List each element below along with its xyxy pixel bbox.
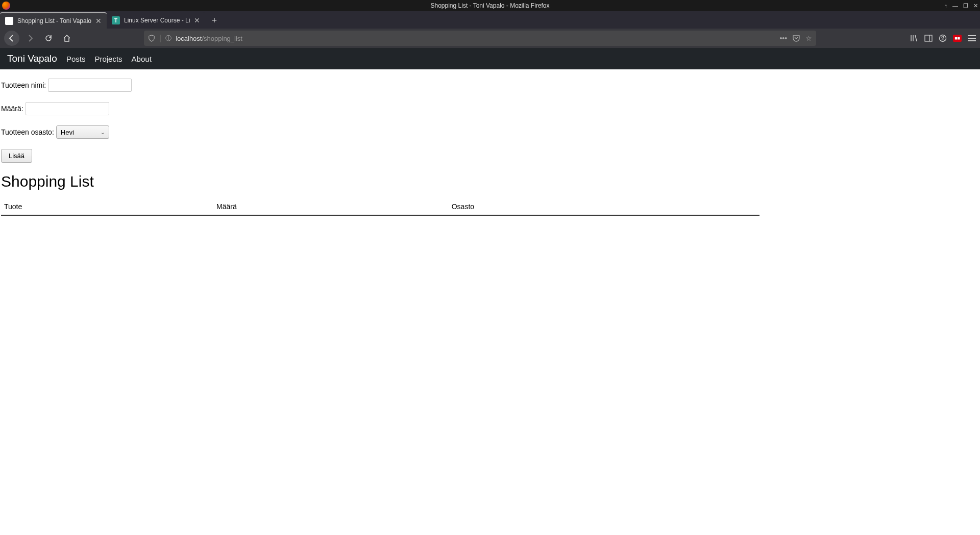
- table-header-row: Tuote Määrä Osasto: [1, 198, 760, 215]
- window-up-icon[interactable]: ↑: [945, 3, 948, 9]
- nav-link-about[interactable]: About: [132, 55, 152, 63]
- site-navbar: Toni Vapalo Posts Projects About: [0, 48, 980, 69]
- department-label: Tuotteen osasto:: [1, 128, 54, 136]
- column-header-department: Osasto: [449, 198, 760, 215]
- nav-link-projects[interactable]: Projects: [94, 55, 122, 63]
- window-close-icon[interactable]: ✕: [973, 3, 978, 9]
- toolbar-right: ■■: [910, 34, 976, 42]
- page-title: Shopping List: [1, 173, 979, 190]
- tab-shopping-list[interactable]: Shopping List - Toni Vapalo ✕: [0, 12, 107, 29]
- quantity-row: Määrä:: [1, 102, 979, 115]
- department-select[interactable]: Hevi ⌄: [56, 125, 109, 139]
- pocket-icon[interactable]: [792, 34, 800, 42]
- window-maximize-icon[interactable]: ❐: [963, 3, 968, 9]
- department-selected: Hevi: [61, 129, 74, 136]
- tab-label: Shopping List - Toni Vapalo: [17, 17, 91, 24]
- favicon-green-icon: T: [112, 16, 120, 24]
- reload-icon: [44, 34, 53, 42]
- add-button[interactable]: Lisää: [1, 149, 32, 163]
- browser-toolbar: | ⓘ localhost/shopping_list ••• ☆ ■■: [0, 29, 980, 48]
- product-name-row: Tuotteen nimi:: [1, 79, 979, 92]
- tab-close-icon[interactable]: ✕: [194, 16, 200, 24]
- site-brand[interactable]: Toni Vapalo: [7, 53, 57, 64]
- tab-linux-server[interactable]: T Linux Server Course - Li ✕: [107, 12, 205, 29]
- info-icon[interactable]: ⓘ: [165, 34, 172, 43]
- product-name-input[interactable]: [48, 79, 132, 92]
- arrow-right-icon: [26, 34, 34, 42]
- forward-button[interactable]: [22, 31, 38, 46]
- column-header-quantity: Määrä: [213, 198, 449, 215]
- page-content: Tuotteen nimi: Määrä: Tuotteen osasto: H…: [0, 69, 980, 225]
- url-bar[interactable]: | ⓘ localhost/shopping_list ••• ☆: [144, 31, 816, 46]
- sidebar-icon[interactable]: [924, 34, 933, 42]
- arrow-left-icon: [8, 34, 16, 42]
- new-tab-button[interactable]: +: [205, 12, 223, 29]
- quantity-label: Määrä:: [1, 105, 23, 113]
- reload-button[interactable]: [41, 31, 56, 46]
- home-icon: [63, 34, 71, 42]
- column-header-product: Tuote: [1, 198, 213, 215]
- quantity-input[interactable]: [26, 102, 109, 115]
- product-name-label: Tuotteen nimi:: [1, 81, 46, 89]
- svg-rect-0: [925, 35, 932, 41]
- window-controls: ↑ — ❐ ✕: [945, 3, 978, 9]
- more-icon[interactable]: •••: [779, 34, 787, 42]
- bookmark-star-icon[interactable]: ☆: [805, 34, 812, 42]
- shield-icon[interactable]: [148, 35, 155, 42]
- nav-link-posts[interactable]: Posts: [66, 55, 86, 63]
- browser-tabstrip: Shopping List - Toni Vapalo ✕ T Linux Se…: [0, 11, 980, 29]
- window-title: Shopping List - Toni Vapalo - Mozilla Fi…: [430, 2, 549, 9]
- window-minimize-icon[interactable]: —: [952, 3, 958, 9]
- tab-close-icon[interactable]: ✕: [95, 17, 102, 25]
- home-button[interactable]: [59, 31, 75, 46]
- url-actions: ••• ☆: [779, 34, 812, 42]
- shopping-list-table: Tuote Määrä Osasto: [1, 198, 760, 216]
- chevron-down-icon: ⌄: [101, 130, 105, 135]
- window-titlebar: Shopping List - Toni Vapalo - Mozilla Fi…: [0, 0, 980, 11]
- library-icon[interactable]: [910, 34, 918, 42]
- department-row: Tuotteen osasto: Hevi ⌄: [1, 125, 979, 139]
- svg-point-3: [942, 36, 944, 38]
- firefox-icon: [2, 2, 10, 10]
- tab-label: Linux Server Course - Li: [124, 17, 190, 24]
- account-icon[interactable]: [939, 34, 947, 42]
- menu-button[interactable]: [968, 35, 976, 41]
- url-text: localhost/shopping_list: [176, 35, 775, 42]
- back-button[interactable]: [4, 31, 19, 46]
- extension-badge-icon[interactable]: ■■: [953, 35, 962, 42]
- submit-row: Lisää: [1, 149, 979, 163]
- favicon-blank-icon: [5, 17, 13, 25]
